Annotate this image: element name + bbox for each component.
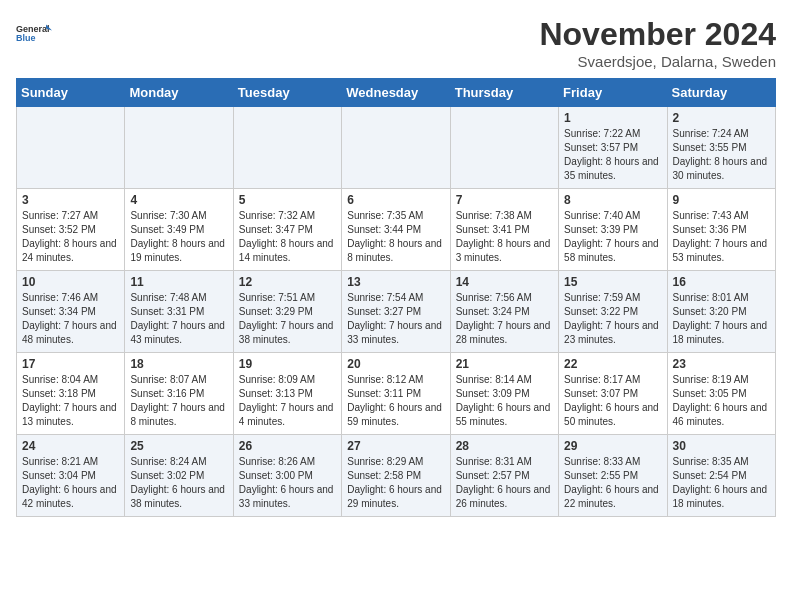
day-info: Sunrise: 8:33 AM Sunset: 2:55 PM Dayligh… xyxy=(564,455,661,511)
day-info: Sunrise: 7:51 AM Sunset: 3:29 PM Dayligh… xyxy=(239,291,336,347)
col-header-saturday: Saturday xyxy=(667,79,775,107)
day-cell: 14Sunrise: 7:56 AM Sunset: 3:24 PM Dayli… xyxy=(450,271,558,353)
day-info: Sunrise: 7:24 AM Sunset: 3:55 PM Dayligh… xyxy=(673,127,770,183)
day-cell: 20Sunrise: 8:12 AM Sunset: 3:11 PM Dayli… xyxy=(342,353,450,435)
week-row-4: 17Sunrise: 8:04 AM Sunset: 3:18 PM Dayli… xyxy=(17,353,776,435)
day-cell xyxy=(342,107,450,189)
day-info: Sunrise: 7:30 AM Sunset: 3:49 PM Dayligh… xyxy=(130,209,227,265)
day-info: Sunrise: 7:32 AM Sunset: 3:47 PM Dayligh… xyxy=(239,209,336,265)
day-info: Sunrise: 7:54 AM Sunset: 3:27 PM Dayligh… xyxy=(347,291,444,347)
day-number: 4 xyxy=(130,193,227,207)
svg-text:General: General xyxy=(16,24,50,34)
day-info: Sunrise: 7:40 AM Sunset: 3:39 PM Dayligh… xyxy=(564,209,661,265)
day-info: Sunrise: 7:27 AM Sunset: 3:52 PM Dayligh… xyxy=(22,209,119,265)
day-number: 26 xyxy=(239,439,336,453)
day-number: 1 xyxy=(564,111,661,125)
day-cell: 4Sunrise: 7:30 AM Sunset: 3:49 PM Daylig… xyxy=(125,189,233,271)
day-info: Sunrise: 8:12 AM Sunset: 3:11 PM Dayligh… xyxy=(347,373,444,429)
day-info: Sunrise: 7:38 AM Sunset: 3:41 PM Dayligh… xyxy=(456,209,553,265)
day-number: 2 xyxy=(673,111,770,125)
day-number: 7 xyxy=(456,193,553,207)
day-number: 14 xyxy=(456,275,553,289)
header-row: SundayMondayTuesdayWednesdayThursdayFrid… xyxy=(17,79,776,107)
day-cell: 16Sunrise: 8:01 AM Sunset: 3:20 PM Dayli… xyxy=(667,271,775,353)
day-cell xyxy=(125,107,233,189)
day-cell: 10Sunrise: 7:46 AM Sunset: 3:34 PM Dayli… xyxy=(17,271,125,353)
day-cell: 24Sunrise: 8:21 AM Sunset: 3:04 PM Dayli… xyxy=(17,435,125,517)
day-cell: 30Sunrise: 8:35 AM Sunset: 2:54 PM Dayli… xyxy=(667,435,775,517)
title-area: November 2024 Svaerdsjoe, Dalarna, Swede… xyxy=(539,16,776,70)
col-header-thursday: Thursday xyxy=(450,79,558,107)
day-cell: 8Sunrise: 7:40 AM Sunset: 3:39 PM Daylig… xyxy=(559,189,667,271)
day-number: 18 xyxy=(130,357,227,371)
day-number: 16 xyxy=(673,275,770,289)
day-number: 27 xyxy=(347,439,444,453)
week-row-5: 24Sunrise: 8:21 AM Sunset: 3:04 PM Dayli… xyxy=(17,435,776,517)
col-header-monday: Monday xyxy=(125,79,233,107)
calendar-title: November 2024 xyxy=(539,16,776,53)
day-info: Sunrise: 8:24 AM Sunset: 3:02 PM Dayligh… xyxy=(130,455,227,511)
day-cell xyxy=(450,107,558,189)
logo: General Blue xyxy=(16,16,52,52)
day-cell: 2Sunrise: 7:24 AM Sunset: 3:55 PM Daylig… xyxy=(667,107,775,189)
day-cell xyxy=(17,107,125,189)
day-cell: 19Sunrise: 8:09 AM Sunset: 3:13 PM Dayli… xyxy=(233,353,341,435)
day-info: Sunrise: 7:35 AM Sunset: 3:44 PM Dayligh… xyxy=(347,209,444,265)
day-number: 30 xyxy=(673,439,770,453)
day-cell: 13Sunrise: 7:54 AM Sunset: 3:27 PM Dayli… xyxy=(342,271,450,353)
day-info: Sunrise: 8:19 AM Sunset: 3:05 PM Dayligh… xyxy=(673,373,770,429)
header: General Blue November 2024 Svaerdsjoe, D… xyxy=(16,16,776,70)
day-number: 21 xyxy=(456,357,553,371)
day-info: Sunrise: 8:01 AM Sunset: 3:20 PM Dayligh… xyxy=(673,291,770,347)
day-number: 10 xyxy=(22,275,119,289)
day-cell: 9Sunrise: 7:43 AM Sunset: 3:36 PM Daylig… xyxy=(667,189,775,271)
day-number: 12 xyxy=(239,275,336,289)
day-cell: 12Sunrise: 7:51 AM Sunset: 3:29 PM Dayli… xyxy=(233,271,341,353)
day-number: 28 xyxy=(456,439,553,453)
col-header-wednesday: Wednesday xyxy=(342,79,450,107)
svg-text:Blue: Blue xyxy=(16,33,36,43)
day-number: 24 xyxy=(22,439,119,453)
col-header-friday: Friday xyxy=(559,79,667,107)
day-number: 3 xyxy=(22,193,119,207)
day-cell: 7Sunrise: 7:38 AM Sunset: 3:41 PM Daylig… xyxy=(450,189,558,271)
day-info: Sunrise: 8:04 AM Sunset: 3:18 PM Dayligh… xyxy=(22,373,119,429)
day-number: 19 xyxy=(239,357,336,371)
day-info: Sunrise: 8:29 AM Sunset: 2:58 PM Dayligh… xyxy=(347,455,444,511)
day-cell: 29Sunrise: 8:33 AM Sunset: 2:55 PM Dayli… xyxy=(559,435,667,517)
day-cell: 5Sunrise: 7:32 AM Sunset: 3:47 PM Daylig… xyxy=(233,189,341,271)
day-info: Sunrise: 8:31 AM Sunset: 2:57 PM Dayligh… xyxy=(456,455,553,511)
week-row-3: 10Sunrise: 7:46 AM Sunset: 3:34 PM Dayli… xyxy=(17,271,776,353)
day-info: Sunrise: 7:43 AM Sunset: 3:36 PM Dayligh… xyxy=(673,209,770,265)
day-info: Sunrise: 8:21 AM Sunset: 3:04 PM Dayligh… xyxy=(22,455,119,511)
day-number: 6 xyxy=(347,193,444,207)
day-number: 22 xyxy=(564,357,661,371)
day-number: 23 xyxy=(673,357,770,371)
day-info: Sunrise: 7:46 AM Sunset: 3:34 PM Dayligh… xyxy=(22,291,119,347)
day-number: 8 xyxy=(564,193,661,207)
logo-icon: General Blue xyxy=(16,16,52,52)
col-header-tuesday: Tuesday xyxy=(233,79,341,107)
day-info: Sunrise: 8:07 AM Sunset: 3:16 PM Dayligh… xyxy=(130,373,227,429)
day-info: Sunrise: 8:35 AM Sunset: 2:54 PM Dayligh… xyxy=(673,455,770,511)
day-number: 17 xyxy=(22,357,119,371)
day-number: 25 xyxy=(130,439,227,453)
day-info: Sunrise: 8:09 AM Sunset: 3:13 PM Dayligh… xyxy=(239,373,336,429)
day-number: 15 xyxy=(564,275,661,289)
day-number: 5 xyxy=(239,193,336,207)
day-cell: 23Sunrise: 8:19 AM Sunset: 3:05 PM Dayli… xyxy=(667,353,775,435)
day-cell: 18Sunrise: 8:07 AM Sunset: 3:16 PM Dayli… xyxy=(125,353,233,435)
day-cell xyxy=(233,107,341,189)
day-info: Sunrise: 7:56 AM Sunset: 3:24 PM Dayligh… xyxy=(456,291,553,347)
week-row-2: 3Sunrise: 7:27 AM Sunset: 3:52 PM Daylig… xyxy=(17,189,776,271)
day-cell: 15Sunrise: 7:59 AM Sunset: 3:22 PM Dayli… xyxy=(559,271,667,353)
day-number: 13 xyxy=(347,275,444,289)
day-cell: 1Sunrise: 7:22 AM Sunset: 3:57 PM Daylig… xyxy=(559,107,667,189)
col-header-sunday: Sunday xyxy=(17,79,125,107)
day-cell: 21Sunrise: 8:14 AM Sunset: 3:09 PM Dayli… xyxy=(450,353,558,435)
day-info: Sunrise: 8:17 AM Sunset: 3:07 PM Dayligh… xyxy=(564,373,661,429)
day-number: 29 xyxy=(564,439,661,453)
day-cell: 17Sunrise: 8:04 AM Sunset: 3:18 PM Dayli… xyxy=(17,353,125,435)
day-number: 20 xyxy=(347,357,444,371)
day-cell: 27Sunrise: 8:29 AM Sunset: 2:58 PM Dayli… xyxy=(342,435,450,517)
